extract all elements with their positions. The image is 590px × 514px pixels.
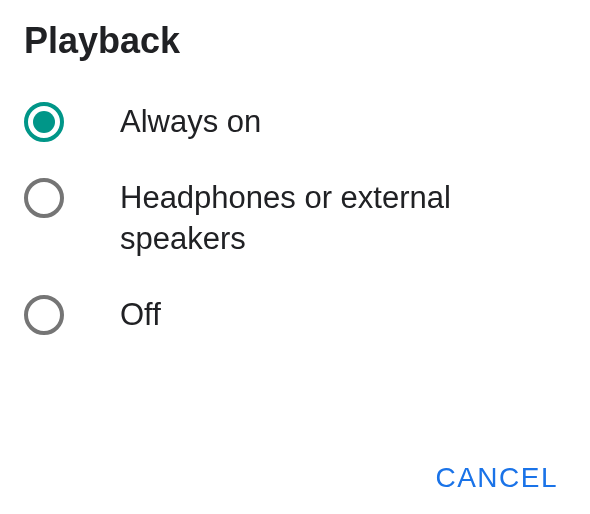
dialog-footer: CANCEL: [24, 442, 566, 514]
radio-option-off[interactable]: Off: [24, 295, 566, 335]
cancel-button[interactable]: CANCEL: [435, 462, 558, 494]
radio-button-icon: [24, 178, 64, 218]
radio-option-headphones[interactable]: Headphones or external speakers: [24, 178, 566, 259]
radio-label: Headphones or external speakers: [120, 178, 566, 259]
radio-button-icon: [24, 102, 64, 142]
playback-radio-group: Always on Headphones or external speaker…: [24, 102, 566, 442]
radio-label: Always on: [120, 102, 261, 142]
radio-label: Off: [120, 295, 161, 335]
dialog-title: Playback: [24, 20, 566, 62]
radio-button-icon: [24, 295, 64, 335]
radio-option-always-on[interactable]: Always on: [24, 102, 566, 142]
